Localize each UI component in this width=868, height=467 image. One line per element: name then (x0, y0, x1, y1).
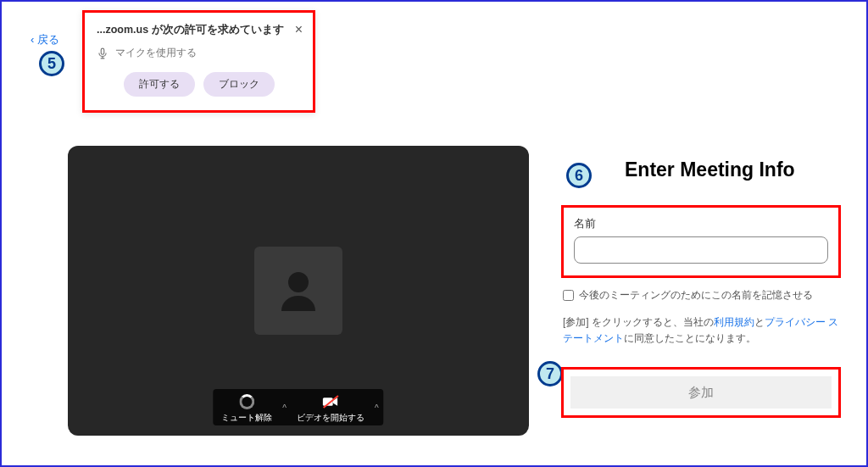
mic-request-line: マイクを使用する (97, 46, 301, 60)
svg-point-1 (288, 272, 309, 292)
step-badge-7: 7 (537, 361, 563, 386)
microphone-icon (97, 47, 108, 59)
step-badge-5: 5 (39, 51, 64, 76)
mic-request-label: マイクを使用する (115, 46, 197, 60)
name-field-block: 名前 (561, 205, 841, 278)
unmute-label: ミュート解除 (221, 412, 272, 424)
chevron-up-icon[interactable]: ^ (279, 403, 290, 413)
remember-checkbox-input[interactable] (563, 290, 574, 301)
close-icon[interactable]: × (295, 23, 303, 36)
permission-buttons: 許可する ブロック (97, 72, 301, 97)
video-toolbar: ミュート解除 ^ ビデオを開始する ^ (213, 389, 383, 425)
join-button[interactable]: 参加 (570, 376, 832, 409)
spinner-icon (237, 392, 256, 411)
meeting-info-panel: Enter Meeting Info 名前 今後のミーティングのためにこの名前を… (561, 158, 841, 418)
chevron-up-icon[interactable]: ^ (371, 403, 382, 413)
permission-title: ...zoom.us が次の許可を求めています (97, 23, 301, 37)
terms-text: [参加] をクリックすると、当社の利用規約とプライバシー ステートメントに同意し… (561, 314, 841, 347)
permission-popup: × ...zoom.us が次の許可を求めています マイクを使用する 許可する … (82, 10, 315, 113)
remember-label: 今後のミーティングのためにこの名前を記憶させる (579, 288, 813, 303)
name-label: 名前 (574, 216, 828, 231)
name-input[interactable] (574, 236, 828, 264)
camera-off-icon (321, 392, 340, 411)
page-title: Enter Meeting Info (625, 158, 841, 181)
start-video-label: ビデオを開始する (297, 412, 364, 424)
back-link[interactable]: ‹ 戻る (31, 32, 59, 47)
block-button[interactable]: ブロック (203, 72, 275, 97)
start-video-button[interactable]: ビデオを開始する (290, 392, 371, 424)
video-preview: ミュート解除 ^ ビデオを開始する ^ (68, 146, 529, 436)
avatar-placeholder (254, 247, 342, 335)
person-icon (271, 264, 326, 318)
terms-link[interactable]: 利用規約 (714, 316, 754, 328)
svg-rect-0 (101, 48, 104, 54)
remember-name-checkbox[interactable]: 今後のミーティングのためにこの名前を記憶させる (561, 288, 841, 303)
allow-button[interactable]: 許可する (124, 72, 195, 97)
join-block: 参加 (561, 367, 841, 418)
back-label: 戻る (37, 33, 59, 46)
unmute-button[interactable]: ミュート解除 (214, 392, 279, 424)
